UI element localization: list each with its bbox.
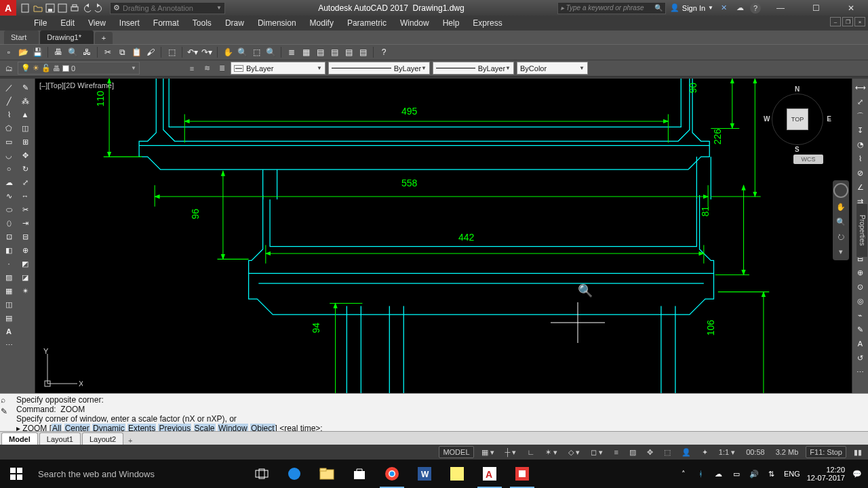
exchange-icon[interactable]: ✕ <box>717 2 730 14</box>
search-icon[interactable]: 🔍 <box>654 4 663 12</box>
linetype-dropdown[interactable]: ByLayer ▼ <box>433 62 514 75</box>
tol-icon[interactable]: ⊕ <box>853 266 868 279</box>
snap-toggle-icon[interactable]: ┼ ▾ <box>502 446 520 458</box>
insp-icon[interactable]: ◎ <box>853 295 868 307</box>
tab-start[interactable]: Start <box>4 30 39 44</box>
tab-drawing[interactable]: Drawing1* <box>40 30 94 44</box>
pan-icon[interactable]: ✋ <box>222 46 234 58</box>
annoscale-icon[interactable]: 👤 <box>678 446 694 458</box>
redo-icon[interactable] <box>94 3 104 14</box>
taskview-icon[interactable] <box>245 460 278 488</box>
start-button[interactable] <box>0 460 33 488</box>
taskbar-search[interactable]: Search the web and Windows <box>33 463 236 485</box>
new-tab-button[interactable]: + <box>95 32 113 44</box>
dimang-icon[interactable]: ∠ <box>853 181 868 193</box>
mdi-close[interactable]: × <box>854 17 865 26</box>
store-icon[interactable] <box>343 460 376 488</box>
line-icon[interactable]: ／ <box>1 81 16 94</box>
dimdia-icon[interactable]: ⊘ <box>853 167 868 179</box>
tab-model[interactable]: Model <box>1 432 38 445</box>
network-icon[interactable]: ⇅ <box>766 468 777 479</box>
infocenter-search[interactable]: ▸ Type a keyword or phrase 🔍 <box>557 2 666 14</box>
scale-label[interactable]: 1:1 ▾ <box>715 446 738 458</box>
properties-palette-tab[interactable]: Properties <box>856 203 868 258</box>
menu-window[interactable]: Window <box>393 16 436 30</box>
menu-tools[interactable]: Tools <box>186 16 218 30</box>
zoom-rt-icon[interactable]: 🔍 <box>236 46 248 58</box>
block-icon[interactable]: ◧ <box>1 244 16 256</box>
circle-icon[interactable]: ○ <box>1 163 16 175</box>
dimrad-icon[interactable]: ◔ <box>853 138 868 150</box>
redo-icon[interactable]: ↷▾ <box>201 46 213 58</box>
mirror-icon[interactable]: ▲ <box>18 108 33 121</box>
rec-pause-icon[interactable]: ▮▮ <box>850 446 865 458</box>
close-button[interactable]: ✕ <box>835 0 867 16</box>
hatch-icon[interactable]: ▨ <box>1 271 16 283</box>
text-icon[interactable]: A <box>1 325 16 338</box>
ortho-toggle-icon[interactable]: ∟ <box>524 446 538 458</box>
chamfer-icon[interactable]: ◩ <box>18 258 33 270</box>
undo-icon[interactable] <box>81 3 92 14</box>
mdi-minimize[interactable]: – <box>830 17 841 26</box>
polygon-icon[interactable]: ⬠ <box>1 122 16 134</box>
block-icon[interactable]: ⬚ <box>165 46 178 58</box>
point-icon[interactable]: · <box>1 258 16 270</box>
dimedit-icon[interactable]: ✎ <box>853 323 868 336</box>
layermc-icon[interactable]: ≡ <box>186 62 198 75</box>
mdi-restore[interactable]: ❐ <box>842 17 853 26</box>
publish-icon[interactable]: 🖧 <box>81 46 93 58</box>
copy-icon[interactable]: ⁂ <box>18 95 33 107</box>
command-window[interactable]: ⌕ ✎ Specify opposite corner: Command: ZO… <box>0 393 868 431</box>
dimalign-icon[interactable]: ⤢ <box>853 96 868 108</box>
menu-help[interactable]: Help <box>436 16 467 30</box>
menu-dimension[interactable]: Dimension <box>251 16 303 30</box>
arc-icon[interactable]: ◡ <box>1 149 16 161</box>
action-center-icon[interactable]: 💬 <box>852 468 863 479</box>
revcloud-icon[interactable]: ☁ <box>1 176 16 188</box>
explode-icon[interactable]: ✴ <box>18 285 33 297</box>
trim-icon[interactable]: ✂ <box>18 203 33 216</box>
undo-icon[interactable]: ↶▾ <box>186 46 199 58</box>
match-icon[interactable]: 🖌 <box>144 46 157 58</box>
spline-icon[interactable]: ∿ <box>1 190 16 202</box>
plotstyle-dropdown[interactable]: ByColor ▼ <box>517 62 588 75</box>
insert-icon[interactable]: ⊡ <box>1 230 16 243</box>
region-icon[interactable]: ◫ <box>1 298 16 310</box>
sel-toggle-icon[interactable]: ✥ <box>644 446 656 458</box>
dimlin-icon[interactable]: ⟷ <box>853 81 868 94</box>
fillet-icon[interactable]: ◪ <box>18 271 33 283</box>
tray-lang[interactable]: ENG <box>784 470 800 478</box>
battery-icon[interactable]: ▭ <box>731 468 742 479</box>
layer-dropdown[interactable]: 💡 ☀ 🔓 🖶 0 ▼ <box>18 62 140 75</box>
stretch-icon[interactable]: ↔ <box>18 190 33 202</box>
join-icon[interactable]: ⊕ <box>18 244 33 256</box>
array-icon[interactable]: ⊞ <box>18 136 33 148</box>
autocad-icon[interactable]: A <box>473 460 506 488</box>
color-dropdown[interactable]: ByLayer ▼ <box>231 62 326 75</box>
polar-toggle-icon[interactable]: ✶ ▾ <box>542 446 561 458</box>
status-model[interactable]: MODEL <box>439 446 473 458</box>
layeriso-icon[interactable]: ≣ <box>216 62 228 75</box>
add-layout-button[interactable]: + <box>123 436 137 445</box>
save-icon[interactable]: 💾 <box>31 46 43 58</box>
menu-express[interactable]: Express <box>466 16 509 30</box>
trans-toggle-icon[interactable]: ▨ <box>626 446 639 458</box>
offset-icon[interactable]: ◫ <box>18 122 33 134</box>
menu-draw[interactable]: Draw <box>218 16 251 30</box>
drawing-canvas[interactable]: [–][Top][2D Wireframe] N S E W TOP WCS ✋… <box>35 79 852 393</box>
scale-icon[interactable]: ⤢ <box>18 176 33 188</box>
open-icon[interactable]: 📂 <box>17 46 29 58</box>
grid-toggle-icon[interactable]: ▦ ▾ <box>478 446 498 458</box>
tray-clock[interactable]: 12:20 12-07-2017 <box>807 466 845 482</box>
xline-icon[interactable]: ╱ <box>1 95 16 107</box>
cen-icon[interactable]: ⊙ <box>853 281 868 293</box>
save-icon[interactable] <box>45 3 56 14</box>
dimord-icon[interactable]: ↧ <box>853 124 868 136</box>
zoom-win-icon[interactable]: ⬚ <box>250 46 262 58</box>
open-icon[interactable] <box>33 3 43 14</box>
iso-toggle-icon[interactable]: ◇ ▾ <box>565 446 583 458</box>
menu-view[interactable]: View <box>81 16 113 30</box>
dimjog-icon[interactable]: ⌇ <box>853 152 868 165</box>
recorder-icon[interactable] <box>506 460 538 488</box>
pline-icon[interactable]: ⌇ <box>1 108 16 121</box>
